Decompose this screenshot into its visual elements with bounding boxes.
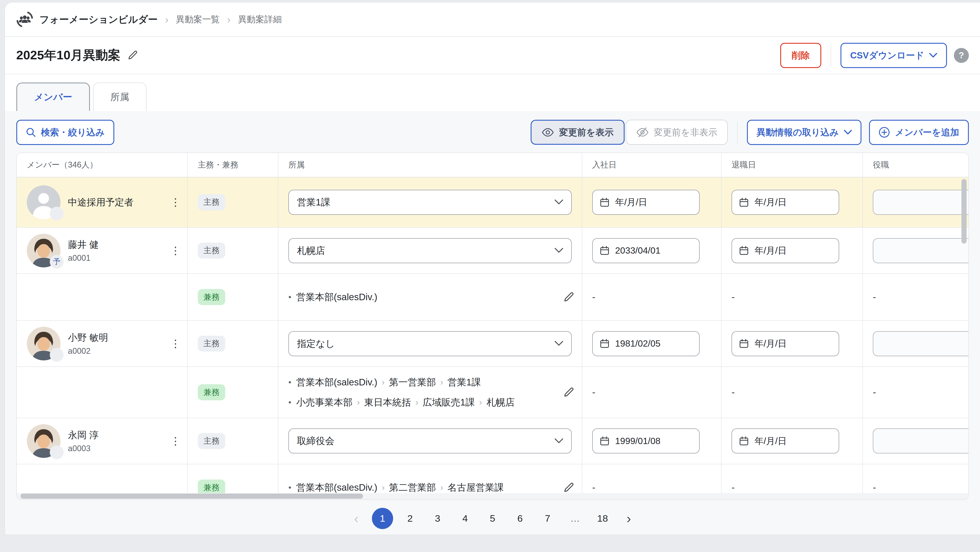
breadcrumb-item-detail: 異動案詳細 <box>238 13 282 25</box>
table-body: 中途採用予定者 ⋮ 主務 営業1課 年/月/日 <box>17 177 968 494</box>
retire-date-field[interactable]: 年/月/日 <box>732 331 839 356</box>
retire-date-field[interactable]: 年/月/日 <box>732 190 839 215</box>
tab-members[interactable]: メンバー <box>16 82 90 111</box>
csv-download-button[interactable]: CSVダウンロード <box>840 43 947 68</box>
member-cell: 中途採用予定者 ⋮ <box>17 177 187 227</box>
import-transfer-button[interactable]: 異動情報の取り込み <box>747 120 861 145</box>
edit-icon[interactable] <box>563 292 574 303</box>
search-filter-button[interactable]: 検索・絞り込み <box>16 120 115 145</box>
org-select[interactable]: 営業1課 <box>288 190 572 215</box>
kebab-menu-icon[interactable]: ⋮ <box>170 338 181 349</box>
table-row: 中途採用予定者 ⋮ 主務 営業1課 年/月/日 <box>17 177 968 227</box>
retire-date-field[interactable]: 年/月/日 <box>732 428 839 454</box>
position-input[interactable] <box>873 428 968 454</box>
page-number[interactable]: 6 <box>509 508 531 529</box>
member-meta: 小野 敏明 a0002 <box>68 332 108 356</box>
member-name: 小野 敏明 <box>68 332 108 344</box>
path-separator-icon: › <box>415 397 418 407</box>
hire-date-empty: - <box>582 367 721 418</box>
hire-date-field[interactable]: 1981/02/05 <box>592 331 700 356</box>
retire-date-cell: 年/月/日 <box>721 321 862 366</box>
member-id: a0002 <box>68 346 108 356</box>
duty-badge: 兼務 <box>198 289 225 305</box>
org-select-value: 札幌店 <box>297 244 325 257</box>
table-row-concurrent: 兼務 •営業本部(salesDiv.)›第一営業部›営業1課•小売事業本部›東日… <box>17 366 968 418</box>
page-number[interactable]: 3 <box>427 508 448 529</box>
chevron-down-icon <box>844 130 852 135</box>
calendar-icon <box>739 197 749 208</box>
position-input[interactable] <box>873 190 968 215</box>
duty-cell: 主務 <box>187 228 278 273</box>
duty-cell: 兼務 <box>187 367 278 418</box>
page-number[interactable]: 4 <box>455 508 476 529</box>
calendar-icon <box>600 436 610 446</box>
member-cell: 永岡 淳 a0003 ⋮ <box>17 418 187 464</box>
duty-badge: 主務 <box>198 194 225 210</box>
duty-badge: 兼務 <box>198 384 225 400</box>
kebab-menu-icon[interactable]: ⋮ <box>170 197 181 208</box>
position-cell <box>862 228 968 273</box>
help-button[interactable]: ? <box>954 48 969 63</box>
hide-before-toggle[interactable]: 変更前を非表示 <box>626 120 728 145</box>
pagination-prev-icon[interactable]: ‹ <box>347 508 366 529</box>
org-cell: 札幌店 <box>278 228 582 273</box>
page-number[interactable]: 5 <box>482 508 503 529</box>
duty-cell: 兼務 <box>187 464 278 494</box>
kebab-menu-icon[interactable]: ⋮ <box>170 436 181 447</box>
vertical-scrollbar[interactable] <box>961 179 966 243</box>
plus-circle-icon <box>879 127 890 138</box>
pagination-next-icon[interactable]: › <box>619 508 638 529</box>
page-number[interactable]: 7 <box>537 508 558 529</box>
hire-date-field[interactable]: 年/月/日 <box>592 190 700 215</box>
retire-date-value: 年/月/日 <box>754 196 787 208</box>
show-before-label: 変更前を表示 <box>559 126 613 138</box>
retire-date-empty: - <box>721 367 862 418</box>
chevron-down-icon <box>555 341 563 346</box>
tab-bar: メンバー 所属 <box>5 74 980 111</box>
path-separator-icon: › <box>382 378 385 387</box>
breadcrumb-item-list[interactable]: 異動案一覧 <box>176 13 220 25</box>
org-cell: 指定なし <box>278 321 582 366</box>
hire-date-value: 1981/02/05 <box>615 338 660 349</box>
path-separator-icon: › <box>382 483 385 492</box>
edit-icon[interactable] <box>563 387 574 398</box>
avatar-badge: 予 <box>50 255 64 269</box>
chevron-down-icon <box>555 438 563 444</box>
duty-cell: 主務 <box>187 418 278 464</box>
path-separator-icon: › <box>440 483 443 492</box>
edit-title-icon[interactable] <box>127 50 138 61</box>
org-path: •営業本部(salesDiv.)›第一営業部›営業1課 <box>288 376 558 389</box>
show-before-toggle[interactable]: 変更前を表示 <box>531 120 624 145</box>
tab-departments[interactable]: 所属 <box>93 82 146 111</box>
horizontal-scrollbar[interactable] <box>21 493 363 498</box>
member-name: 藤井 健 <box>68 238 99 251</box>
breadcrumb-separator-icon: › <box>227 14 231 25</box>
delete-button[interactable]: 削除 <box>780 43 821 68</box>
position-input[interactable] <box>873 331 968 356</box>
table-row-concurrent: 兼務 •営業本部(salesDiv.)›第二営業部›名古屋営業課 - - - <box>17 464 968 494</box>
page-number[interactable]: 18 <box>592 508 613 529</box>
duty-cell: 主務 <box>187 321 278 366</box>
page-number[interactable]: 2 <box>399 508 421 529</box>
calendar-icon <box>600 246 610 255</box>
hire-date-field[interactable]: 1999/01/08 <box>592 428 700 454</box>
kebab-menu-icon[interactable]: ⋮ <box>170 245 181 256</box>
org-select[interactable]: 取締役会 <box>288 428 572 454</box>
duty-badge: 主務 <box>198 336 225 352</box>
hire-date-field[interactable]: 2033/04/01 <box>592 238 700 263</box>
retire-date-field[interactable]: 年/月/日 <box>732 238 839 263</box>
hire-date-value: 年/月/日 <box>615 196 648 208</box>
page-number-current[interactable]: 1 <box>372 508 393 529</box>
hide-before-label: 変更前を非表示 <box>654 126 717 138</box>
org-select[interactable]: 札幌店 <box>288 238 572 263</box>
hire-date-cell: 1999/01/08 <box>582 418 721 464</box>
add-member-button[interactable]: メンバーを追加 <box>869 120 969 145</box>
position-input[interactable] <box>873 238 968 263</box>
edit-icon[interactable] <box>563 482 574 493</box>
org-select[interactable]: 指定なし <box>288 331 572 356</box>
retire-date-value: 年/月/日 <box>754 338 787 350</box>
avatar <box>27 186 60 219</box>
member-name: 永岡 淳 <box>68 429 99 441</box>
org-path-segment: 小売事業本部 <box>296 396 353 409</box>
org-path-segment: 広域販売1課 <box>423 396 475 409</box>
